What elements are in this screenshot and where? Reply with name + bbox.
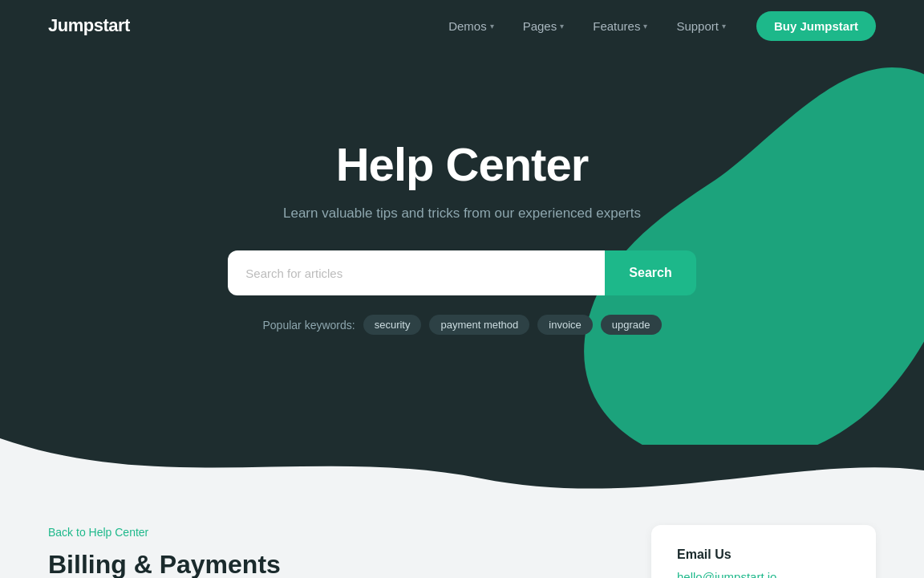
keyword-invoice[interactable]: invoice	[537, 315, 592, 335]
page-heading: Billing & Payments	[48, 550, 619, 578]
nav-item-features[interactable]: Features ▾	[582, 13, 659, 39]
main-content: Back to Help Center Billing & Payments	[48, 525, 619, 578]
hero-content: Help Center Learn valuable tips and tric…	[0, 137, 924, 335]
brand-logo[interactable]: Jumpstart	[48, 15, 130, 36]
email-section-title: Email Us	[677, 547, 850, 562]
keyword-security[interactable]: security	[363, 315, 422, 335]
chevron-down-icon: ▾	[643, 22, 647, 31]
nav-item-demos[interactable]: Demos ▾	[437, 13, 505, 39]
hero-subtitle: Learn valuable tips and tricks from our …	[16, 206, 908, 222]
hero-title: Help Center	[16, 137, 908, 191]
keyword-payment-method[interactable]: payment method	[429, 315, 529, 335]
buy-button[interactable]: Buy Jumpstart	[756, 11, 876, 41]
keywords-label: Popular keywords:	[263, 319, 355, 332]
navbar: Jumpstart Demos ▾ Pages ▾ Features ▾ Sup…	[0, 0, 924, 51]
chevron-down-icon: ▾	[722, 22, 726, 31]
below-fold: Back to Help Center Billing & Payments E…	[0, 493, 924, 578]
nav-links: Demos ▾ Pages ▾ Features ▾ Support ▾ Buy…	[437, 11, 876, 41]
back-link[interactable]: Back to Help Center	[48, 526, 148, 539]
chevron-down-icon: ▾	[490, 22, 494, 31]
contact-email[interactable]: hello@jumpstart.io	[677, 570, 776, 578]
keyword-upgrade[interactable]: upgrade	[601, 315, 662, 335]
search-row: Search	[16, 250, 908, 295]
nav-item-pages[interactable]: Pages ▾	[512, 13, 576, 39]
wave-decoration	[0, 438, 924, 495]
wave-section	[0, 445, 924, 493]
nav-item-support[interactable]: Support ▾	[665, 13, 737, 39]
search-button[interactable]: Search	[605, 250, 695, 295]
sidebar-card: Email Us hello@jumpstart.io	[651, 525, 876, 578]
chevron-down-icon: ▾	[560, 22, 564, 31]
hero-section: Help Center Learn valuable tips and tric…	[0, 51, 924, 445]
popular-keywords: Popular keywords: security payment metho…	[16, 315, 908, 335]
search-input[interactable]	[228, 250, 605, 295]
